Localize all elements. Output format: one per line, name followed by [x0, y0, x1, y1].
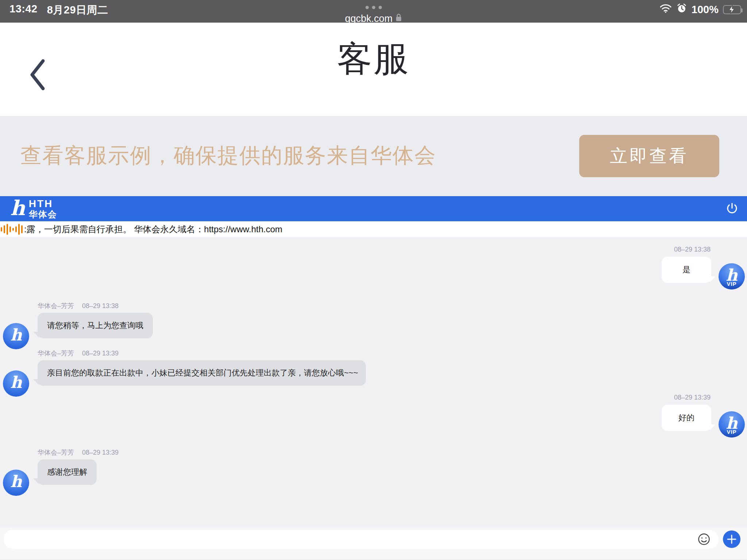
chat-message-incoming: h 华体会–芳芳 08–29 13:39 感谢您理解 — [3, 448, 745, 496]
brand-logo-icon: h — [10, 198, 25, 218]
message-composer — [0, 528, 747, 560]
message-timestamp: 08–29 13:39 — [674, 394, 711, 402]
vip-badge: VIP — [719, 429, 745, 438]
chat-message-incoming: h 华体会–芳芳 08–29 13:38 请您稍等，马上为您查询哦 — [3, 302, 745, 349]
avatar-letter: h — [10, 374, 22, 390]
announcement-icon — [1, 224, 23, 235]
alarm-icon — [676, 3, 687, 16]
tab-dots-menu[interactable] — [0, 6, 747, 9]
chat-message-outgoing: 08–29 13:38 是 h VIP — [3, 246, 745, 289]
agent-avatar: h — [3, 323, 29, 349]
vip-badge: VIP — [719, 281, 745, 289]
message-bubble: 请您稍等，马上为您查询哦 — [38, 313, 153, 338]
message-bubble: 亲目前您的取款正在出款中，小妹已经提交相关部门优先处理出款了亲，请您放心哦~~~ — [38, 360, 366, 386]
message-input[interactable] — [4, 530, 719, 549]
agent-name: 华体会–芳芳 — [38, 302, 74, 310]
message-timestamp: 08–29 13:39 — [82, 350, 119, 357]
battery-charging-icon — [723, 5, 741, 14]
promo-banner: 查看客服示例，确保提供的服务来自华体会 立即查看 — [0, 116, 747, 196]
message-bubble: 好的 — [662, 405, 711, 431]
agent-name: 华体会–芳芳 — [38, 349, 74, 358]
promo-text: 查看客服示例，确保提供的服务来自华体会 — [20, 141, 436, 170]
agent-name: 华体会–芳芳 — [38, 448, 74, 457]
notice-marquee: :露，一切后果需自行承担。 华体会永久域名：https://www.hth.co… — [0, 221, 747, 237]
power-logout-icon[interactable] — [725, 202, 739, 216]
view-now-button[interactable]: 立即查看 — [579, 135, 719, 177]
agent-avatar: h — [3, 470, 29, 496]
avatar-letter: h — [10, 327, 22, 343]
brand-name-en: HTH — [29, 199, 57, 209]
avatar-letter: h — [10, 474, 22, 490]
status-bar: 13:42 8月29日周二 gqcbk.com 100% — [0, 0, 747, 23]
chat-message-incoming: h 华体会–芳芳 08–29 13:39 亲目前您的取款正在出款中，小妹已经提交… — [3, 349, 745, 397]
brand-name: HTH 华体会 — [29, 199, 57, 219]
brand-name-cn: 华体会 — [29, 210, 57, 219]
page-title: 客服 — [0, 36, 747, 83]
user-avatar: h VIP — [719, 411, 745, 438]
battery-percent: 100% — [692, 4, 719, 16]
wifi-icon — [659, 4, 672, 16]
emoji-icon[interactable] — [697, 533, 711, 546]
brand-bar: h HTH 华体会 — [0, 196, 747, 221]
add-attachment-button[interactable] — [723, 530, 740, 548]
screen: 13:42 8月29日周二 gqcbk.com 100% — [0, 0, 747, 560]
message-timestamp: 08–29 13:38 — [82, 302, 119, 310]
message-bubble: 是 — [662, 257, 711, 283]
chat-message-outgoing: 08–29 13:39 好的 h VIP — [3, 394, 745, 438]
agent-avatar: h — [3, 370, 29, 397]
chat-area: 08–29 13:38 是 h VIP h 华体会–芳芳 08–29 13:38… — [0, 237, 747, 528]
user-avatar: h VIP — [719, 263, 745, 289]
notice-text: :露，一切后果需自行承担。 华体会永久域名：https://www.hth.co… — [24, 223, 282, 235]
message-bubble: 感谢您理解 — [38, 459, 97, 485]
message-timestamp: 08–29 13:38 — [674, 246, 711, 254]
message-timestamp: 08–29 13:39 — [82, 449, 119, 456]
status-right: 100% — [659, 3, 741, 16]
page-header: 客服 — [0, 23, 747, 116]
